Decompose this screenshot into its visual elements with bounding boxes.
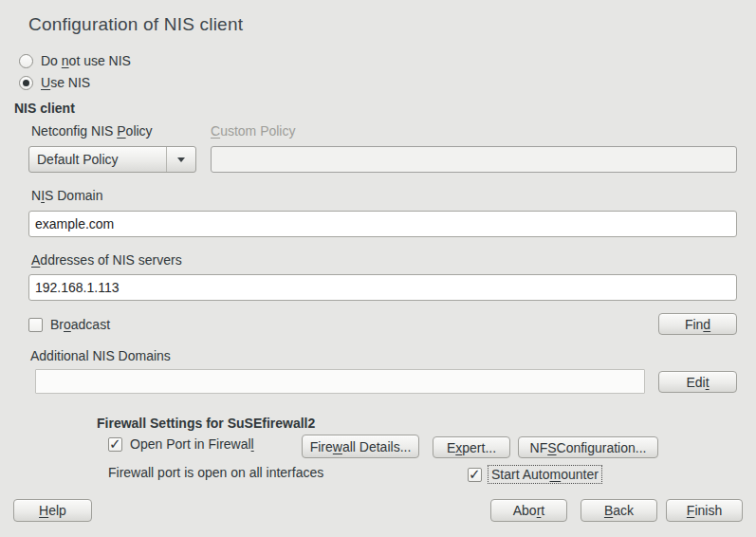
nis-servers-input[interactable]	[28, 274, 737, 301]
radio-do-not-use-nis[interactable]: Do not use NIS	[19, 52, 131, 69]
nis-client-configuration-window: Configuration of NIS client Do not use N…	[0, 0, 756, 537]
netconfig-policy-dropdown[interactable]: Default Policy	[28, 146, 196, 173]
automounter-checkbox-row[interactable]: Start Automounter	[468, 466, 600, 483]
radio-use-nis[interactable]: Use NIS	[19, 74, 90, 91]
nis-domain-input[interactable]	[28, 211, 737, 237]
radio-unselected-icon[interactable]	[19, 54, 33, 68]
radio-use-label: Use NIS	[41, 75, 90, 90]
broadcast-label: Broadcast	[50, 317, 110, 332]
dropdown-arrow-button[interactable]	[166, 147, 195, 172]
broadcast-checkbox[interactable]	[28, 318, 43, 332]
expert-button[interactable]: Expert...	[433, 436, 510, 458]
edit-button[interactable]: Edit	[658, 371, 737, 393]
nis-domain-label: NIS Domain	[31, 188, 102, 203]
additional-domains-input	[35, 369, 645, 394]
help-button[interactable]: Help	[13, 499, 92, 522]
netconfig-policy-selected-value: Default Policy	[29, 152, 166, 167]
abort-button[interactable]: Abort	[490, 499, 567, 522]
open-port-checkbox[interactable]	[108, 437, 122, 452]
chevron-down-icon	[177, 157, 185, 162]
broadcast-checkbox-row[interactable]: Broadcast	[28, 316, 110, 333]
find-button[interactable]: Find	[658, 313, 737, 335]
netconfig-policy-label: Netconfig NIS Policy	[31, 123, 153, 139]
radio-do-not-use-label: Do not use NIS	[41, 53, 131, 68]
firewall-section-header: Firewall Settings for SuSEfirewall2	[97, 416, 315, 431]
nis-client-section-header: NIS client	[14, 101, 75, 116]
nfs-configuration-button[interactable]: NFS Configuration...	[518, 436, 658, 458]
firewall-details-button[interactable]: Firewall Details...	[302, 435, 419, 458]
firewall-status-text: Firewall port is open on all interfaces	[108, 465, 323, 480]
open-port-checkbox-row[interactable]: Open Port in Firewall	[108, 435, 254, 453]
start-automounter-label: Start Automounter	[489, 467, 600, 482]
open-port-label: Open Port in Firewall	[130, 436, 254, 452]
page-title: Configuration of NIS client	[28, 14, 243, 35]
custom-policy-label: Custom Policy	[211, 123, 295, 139]
radio-selected-icon[interactable]	[19, 76, 33, 90]
nis-servers-label: Addresses of NIS servers	[31, 252, 182, 268]
back-button[interactable]: Back	[581, 499, 657, 522]
start-automounter-checkbox[interactable]	[468, 468, 482, 482]
additional-domains-label: Additional NIS Domains	[30, 348, 171, 363]
finish-button[interactable]: Finish	[666, 499, 743, 522]
custom-policy-input	[211, 146, 737, 173]
